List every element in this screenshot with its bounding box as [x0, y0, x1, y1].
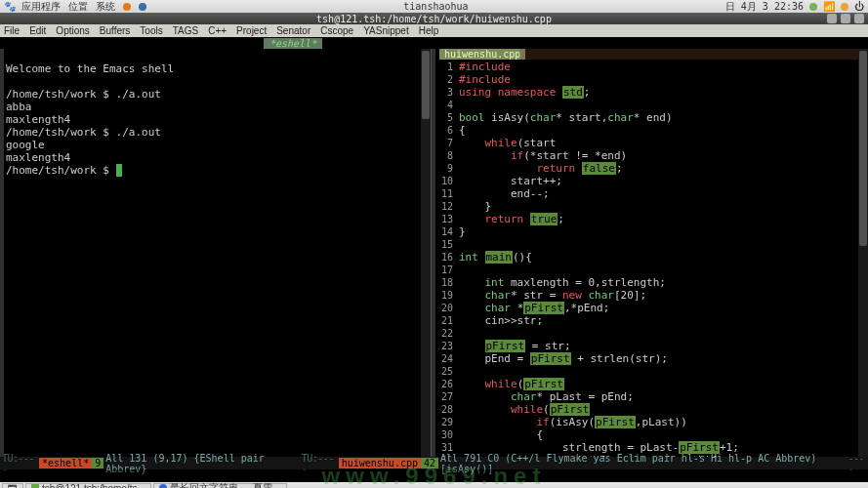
user-label[interactable]: tianshaohua: [403, 1, 468, 12]
menu-project[interactable]: Project: [236, 25, 267, 36]
line-number-gutter: 1234567891011121314151617181920212223242…: [435, 61, 455, 457]
svg-rect-0: [31, 484, 39, 488]
maximize-button[interactable]: [841, 14, 850, 23]
window-title-bar: tsh@121.tsh:/home/tsh/work/huiwenshu.cpp: [0, 13, 868, 24]
fringe: [0, 49, 4, 457]
network-icon[interactable]: 📶: [823, 1, 835, 12]
menu-yasnippet[interactable]: YASnippet: [363, 25, 409, 36]
close-button[interactable]: [854, 14, 864, 23]
watermark: www.9969.net: [0, 469, 868, 482]
show-desktop-button[interactable]: 🗔: [2, 483, 23, 489]
tab-eshell[interactable]: *eshell*: [264, 38, 322, 49]
buffer-name-left: *eshell*: [39, 458, 92, 468]
power-icon[interactable]: ⏻: [854, 1, 864, 12]
code-buffer[interactable]: #include #include using namespace std; b…: [459, 61, 868, 457]
firefox-icon[interactable]: [123, 3, 131, 11]
eshell-buffer[interactable]: Welcome to the Emacs shell /home/tsh/wor…: [0, 49, 431, 179]
menu-options[interactable]: Options: [56, 25, 89, 36]
svg-point-1: [159, 484, 167, 488]
window-title: tsh@121.tsh:/home/tsh/work/huiwenshu.cpp: [316, 14, 552, 24]
file-tab-cpp[interactable]: huiwenshu.cpp: [439, 49, 525, 60]
menu-c++[interactable]: C++: [208, 25, 227, 36]
menu-tags[interactable]: TAGS: [173, 25, 198, 36]
scrollbar[interactable]: [858, 49, 868, 457]
apps-menu[interactable]: 🐾 应用程序: [4, 0, 61, 14]
emacs-menu-bar: FileEditOptionsBuffersToolsTAGSC++Projec…: [0, 24, 868, 37]
menu-buffers[interactable]: Buffers: [100, 25, 131, 36]
menu-file[interactable]: File: [4, 25, 20, 36]
taskbar-item[interactable]: tsh@121.tsh:/home/ts...: [25, 483, 151, 489]
emacs-tab-bar: *eshell*: [0, 37, 868, 49]
system-menu[interactable]: 系统: [96, 0, 115, 14]
scrollbar[interactable]: [421, 49, 431, 457]
menu-help[interactable]: Help: [419, 25, 439, 36]
places-menu[interactable]: 位置: [68, 0, 88, 14]
sound-icon[interactable]: [841, 3, 848, 11]
taskbar-item[interactable]: 最长回文字符串 — 夏雪...: [153, 483, 287, 489]
minimize-button[interactable]: [827, 14, 837, 23]
menu-senator[interactable]: Senator: [276, 25, 310, 36]
gnome-top-panel: 🐾 应用程序 位置 系统 tianshaohua 日 4月 3 22:36 📶 …: [0, 0, 868, 13]
menu-cscope[interactable]: Cscope: [320, 25, 353, 36]
menu-edit[interactable]: Edit: [29, 25, 46, 36]
app-launcher-icon[interactable]: [139, 3, 146, 11]
editor-area: Welcome to the Emacs shell /home/tsh/wor…: [0, 49, 868, 457]
clock[interactable]: 日 4月 3 22:36: [725, 0, 804, 14]
file-tab-shadow: [519, 49, 860, 60]
menu-tools[interactable]: Tools: [140, 25, 162, 36]
notify-icon[interactable]: [809, 3, 817, 11]
pane-eshell[interactable]: Welcome to the Emacs shell /home/tsh/wor…: [0, 49, 432, 457]
pane-code[interactable]: huiwenshu.cpp 12345678910111213141516171…: [432, 49, 868, 457]
